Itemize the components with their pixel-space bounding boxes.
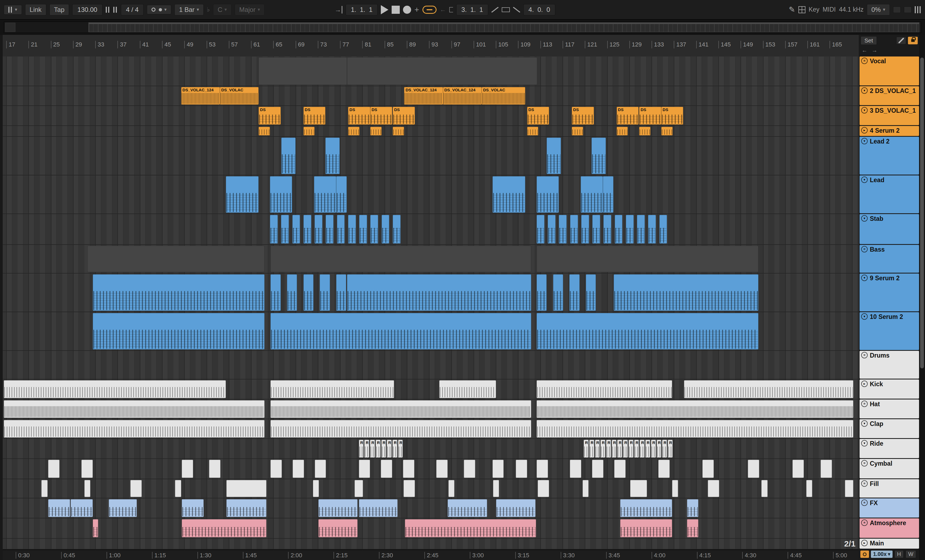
clip[interactable] (270, 274, 280, 311)
clip[interactable] (175, 480, 181, 497)
clip[interactable]: R (606, 440, 611, 458)
clip[interactable]: R (668, 440, 673, 458)
track-row-main[interactable]: 2/1 (3, 539, 859, 549)
clip[interactable] (581, 176, 603, 213)
nudge-down-icon[interactable] (106, 7, 110, 13)
clip[interactable] (687, 499, 698, 517)
clip[interactable] (569, 274, 579, 311)
track-header-10-serum-2[interactable]: ▾10 Serum 2 (860, 312, 919, 350)
clip[interactable] (496, 499, 536, 517)
clip[interactable] (603, 215, 611, 243)
bar-ruler[interactable]: 1721252933374145495357616569737781858993… (3, 35, 859, 57)
clip[interactable]: DS (617, 107, 639, 125)
clip[interactable] (259, 57, 347, 85)
clip[interactable] (48, 499, 70, 517)
clip[interactable]: DS (572, 107, 594, 125)
clip[interactable]: R (398, 440, 403, 458)
clip[interactable] (336, 176, 347, 213)
clip[interactable] (359, 215, 367, 243)
clip[interactable] (648, 215, 656, 243)
loop-toggle-icon[interactable] (502, 7, 510, 12)
track-header-stab[interactable]: ▾Stab (860, 214, 919, 244)
clip[interactable] (209, 460, 220, 478)
track-header-bass[interactable]: ≡Bass (860, 245, 919, 273)
clip[interactable] (270, 380, 394, 398)
clip[interactable] (292, 215, 300, 243)
track-row-4-serum-2[interactable] (3, 126, 859, 137)
clip[interactable] (347, 57, 538, 85)
clip[interactable]: R (392, 440, 397, 458)
clip[interactable]: R (364, 440, 369, 458)
arrangement-position-display[interactable]: 1. 1. 1 (346, 4, 378, 15)
clip[interactable]: R (623, 440, 628, 458)
clip[interactable]: R (595, 440, 600, 458)
clip[interactable] (658, 460, 670, 478)
clip[interactable]: R (651, 440, 656, 458)
history-forward-button[interactable]: → (872, 47, 877, 54)
track-header-fx[interactable]: ≡FX (860, 498, 919, 518)
track-row-cymbal[interactable] (3, 459, 859, 479)
loop-length-display[interactable]: 4. 0. 0 (523, 4, 555, 15)
track-header-kick[interactable]: ▸Kick (860, 380, 919, 399)
clip[interactable] (536, 400, 853, 418)
track-row-clap[interactable] (3, 419, 859, 439)
clip[interactable]: R (376, 440, 381, 458)
track-row-fill[interactable] (3, 479, 859, 498)
clip[interactable] (748, 460, 759, 478)
menu-icon[interactable] (915, 6, 921, 13)
clip[interactable] (48, 460, 60, 478)
clip[interactable]: R (662, 440, 667, 458)
track-row-lead-2[interactable] (3, 137, 859, 176)
clip[interactable]: R (600, 440, 605, 458)
track-row-lead[interactable] (3, 176, 859, 214)
clip[interactable] (449, 480, 454, 497)
clip[interactable] (761, 480, 767, 497)
track-header-drums[interactable]: ≡Drums (860, 351, 919, 379)
track-row-kick[interactable] (3, 380, 859, 399)
clip[interactable] (93, 274, 265, 311)
clip[interactable] (806, 480, 812, 497)
clip[interactable] (182, 499, 204, 517)
clip[interactable]: DS (303, 107, 325, 125)
clip[interactable] (845, 480, 853, 497)
clip[interactable] (281, 215, 289, 243)
scale-root-menu[interactable]: C ▾ (213, 4, 232, 15)
track-header-9-serum-2[interactable]: ▾9 Serum 2 (860, 273, 919, 311)
clip[interactable] (370, 215, 378, 243)
clip[interactable] (536, 313, 758, 350)
highlight-grid-icon[interactable] (798, 6, 806, 13)
clip[interactable]: DS (661, 107, 684, 125)
clip[interactable] (359, 460, 370, 478)
clip[interactable] (93, 519, 98, 537)
clip[interactable] (130, 480, 142, 497)
record-button[interactable] (403, 6, 411, 14)
clip[interactable] (403, 460, 414, 478)
clip[interactable] (270, 400, 531, 418)
clip[interactable]: DS (370, 107, 392, 125)
back-to-arrangement-icon[interactable]: ← (440, 6, 446, 13)
add-button[interactable]: + (414, 5, 419, 14)
clip[interactable] (660, 215, 667, 243)
metronome-button[interactable]: ▾ (147, 5, 171, 14)
clip[interactable]: R (584, 440, 589, 458)
clip[interactable] (393, 215, 401, 243)
clip[interactable]: R (628, 440, 633, 458)
overdub-toggle[interactable] (422, 6, 437, 14)
clip[interactable] (4, 400, 265, 418)
track-row-9-serum-2[interactable] (3, 273, 859, 312)
clip[interactable] (630, 480, 647, 497)
clip[interactable] (314, 176, 336, 213)
clip[interactable] (348, 127, 360, 135)
track-row-drums[interactable] (3, 351, 859, 380)
clip[interactable] (547, 138, 561, 174)
clip[interactable] (41, 480, 47, 497)
clip[interactable] (270, 215, 278, 243)
clip[interactable] (536, 460, 548, 478)
history-back-button[interactable]: ← (862, 47, 868, 54)
key-map-button[interactable]: Key (809, 6, 820, 13)
clip[interactable] (702, 460, 714, 478)
clip[interactable] (581, 215, 589, 243)
clip[interactable] (320, 274, 330, 311)
clip[interactable] (325, 138, 340, 174)
track-header-fill[interactable]: ≡Fill (860, 479, 919, 498)
